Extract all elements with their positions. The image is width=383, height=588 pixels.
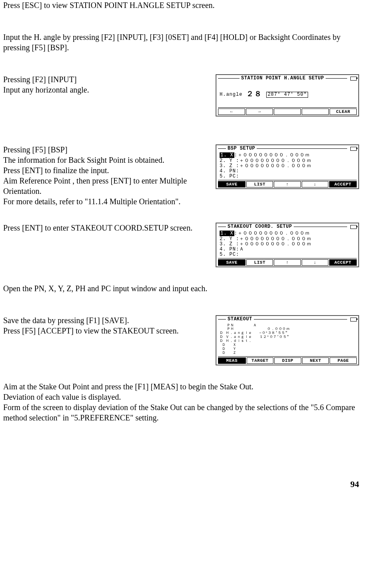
fn-page[interactable]: PAGE xyxy=(330,357,357,364)
lcd2-fn-row: SAVELIST↑↓ACCEPT xyxy=(218,180,357,187)
field-key: 1. X xyxy=(220,152,234,158)
fn-next[interactable]: NEXT xyxy=(302,357,329,364)
fn-↑[interactable]: ↑ xyxy=(274,259,301,266)
lcd-line: Ｄ Ｚ xyxy=(220,351,355,355)
lcd-bsp-setup: BSP SETUP 1. X:＋００００００００．０００ｍ2. Y :＋００００… xyxy=(216,144,359,189)
paragraph-1: Press [ESC] to view STATION POINT H.ANGL… xyxy=(3,0,359,10)
fn-clear[interactable]: CLEAR xyxy=(330,109,357,115)
lcd4-fn-row: MEASTARGETDISPNEXTPAGE xyxy=(218,356,357,364)
lcd1-big: ２８ xyxy=(246,91,262,99)
s4-line2: Press [F5] [ACCEPT] to view the STAKEOUT… xyxy=(3,326,206,336)
lcd3-fn-row: SAVELIST↑↓ACCEPT xyxy=(218,258,357,266)
s4-line1: Save the data by pressing [F1] [SAVE]. xyxy=(3,315,206,326)
lcd-line: Ｄ Ｙ xyxy=(220,347,355,351)
fn-meas[interactable]: MEAS xyxy=(218,357,246,364)
field-value: :＋００００００００．０００ｍ xyxy=(236,158,312,164)
field-key: 1. X xyxy=(220,231,234,236)
fn-↑[interactable]: ↑ xyxy=(274,181,301,187)
fn-list[interactable]: LIST xyxy=(246,181,273,187)
p4-line2: Deviation of each value is displayed. xyxy=(3,392,359,402)
s3-text: Press [ENT] to enter STAKEOUT COORD.SETU… xyxy=(3,223,192,233)
paragraph-3: Open the PN, X, Y, Z, PH and PC input wi… xyxy=(3,283,359,294)
field-value: :＋００００００００．０００ｍ xyxy=(234,152,310,158)
fn-save[interactable]: SAVE xyxy=(218,259,246,266)
s2-line3: Press [ENT] to finalize the input. xyxy=(3,165,206,176)
s2-line1: Pressing [F5] [BSP] xyxy=(3,144,206,155)
field-value: :Ａ xyxy=(236,247,244,252)
lcd-line: Ｄ Ｘ xyxy=(220,343,355,347)
paragraph-2: Input the H. angle by pressing [F2] [INP… xyxy=(3,32,359,53)
lcd1-title: STATION POINT H.ANGLE SETUP xyxy=(241,76,324,81)
fn-list[interactable]: LIST xyxy=(246,259,273,266)
lcd-line: Ｄ Ｈ．ｄｉｓｔ． xyxy=(220,339,355,343)
p4-line3: Form of the screen to display deviation … xyxy=(3,402,359,423)
fn-↓[interactable]: ↓ xyxy=(302,259,328,266)
fn-save[interactable]: SAVE xyxy=(218,181,246,187)
s2-line4: Aim Reference Point , then press [ENT] t… xyxy=(3,176,206,196)
s2-line5: For more details, refer to "11.1.4 Multi… xyxy=(3,196,206,207)
fn-target[interactable]: TARGET xyxy=(247,357,274,364)
battery-icon xyxy=(350,77,357,81)
p4-line1: Aim at the Stake Out Point and press the… xyxy=(3,381,359,392)
field-key: 4. PN xyxy=(220,168,236,174)
field-value: :＋００００００００．０００ｍ xyxy=(236,241,312,247)
s1-line2: Input any horizontal angle. xyxy=(3,85,206,95)
field-value: :＋００００００００．０００ｍ xyxy=(236,236,312,242)
s2-line2: The information for Back Ssight Point is… xyxy=(3,155,206,165)
fn-blank2[interactable] xyxy=(302,109,329,115)
lcd1-value: 287° 47′ 50″ xyxy=(266,92,308,98)
fn-left[interactable]: ← xyxy=(218,109,245,115)
lcd-hangle-setup: STATION POINT H.ANGLE SETUP H.angle ２８ 2… xyxy=(216,74,359,116)
battery-icon xyxy=(350,318,357,322)
field-value: : xyxy=(236,168,239,174)
lcd3-body: 1. X:＋００００００００．０００ｍ2. Y :＋００００００００．０００ｍ3… xyxy=(218,229,357,258)
field-value: : xyxy=(236,252,239,257)
field-key: 3. Z xyxy=(220,163,236,169)
lcd1-fn-row: ← → CLEAR xyxy=(218,107,357,115)
field-value: :＋００００００００．０００ｍ xyxy=(236,163,312,169)
lcd4-title: STAKEOUT xyxy=(228,317,252,322)
lcd3-title: STAKEOUT COORD. SETUP xyxy=(228,224,292,229)
fn-↓[interactable]: ↓ xyxy=(302,181,328,187)
fn-disp[interactable]: DISP xyxy=(274,357,301,364)
fn-blank1[interactable] xyxy=(274,109,301,115)
fn-right[interactable]: → xyxy=(246,109,273,115)
field-key: 5. PC xyxy=(220,174,236,179)
battery-icon xyxy=(350,225,357,229)
field-key: 4. PN xyxy=(220,247,236,252)
field-key: 5. PC xyxy=(220,252,236,257)
lcd4-body: ＰＮ Ａ ＰＨ ０．０００ｍＤ Ｈ．ａｎｇｌｅ −０°３８′５５″Ｄ Ｖ．ａｎｇ… xyxy=(218,322,357,356)
battery-icon xyxy=(350,147,357,151)
field-key: 2. Y xyxy=(220,158,236,164)
page-number: 94 xyxy=(3,479,359,490)
fn-accept[interactable]: ACCEPT xyxy=(329,181,357,187)
field-key: 3. Z xyxy=(220,241,236,247)
lcd2-body: 1. X:＋００００００００．０００ｍ2. Y :＋００００００００．０００ｍ3… xyxy=(218,151,357,180)
lcd1-label: H.angle xyxy=(220,92,242,97)
lcd-stakeout-coord: STAKEOUT COORD. SETUP 1. X:＋００００００００．０００… xyxy=(216,223,359,267)
field-key: 2. Y xyxy=(220,236,236,242)
field-value: :＋００００００００．０００ｍ xyxy=(234,231,310,236)
s1-line1: Pressing [F2] [INPUT] xyxy=(3,74,206,85)
lcd2-title: BSP SETUP xyxy=(228,146,255,151)
fn-accept[interactable]: ACCEPT xyxy=(329,259,357,266)
lcd-stakeout: STAKEOUT ＰＮ Ａ ＰＨ ０．０００ｍＤ Ｈ．ａｎｇｌｅ −０°３８′５… xyxy=(216,315,359,365)
field-value: : xyxy=(236,174,239,179)
